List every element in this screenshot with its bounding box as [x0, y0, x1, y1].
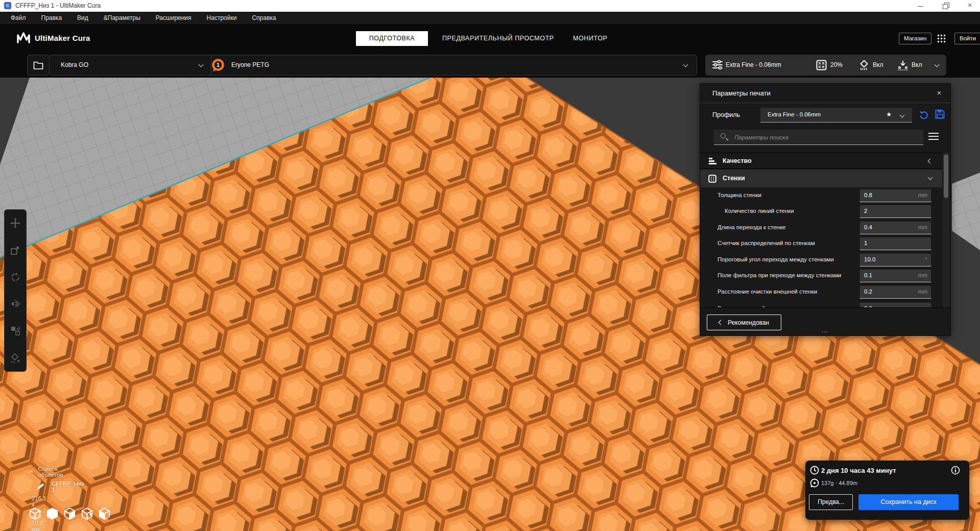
setting-input[interactable]: 2 [859, 205, 931, 218]
setting-value: 0.1 [864, 272, 872, 278]
chevron-down-icon[interactable] [199, 62, 204, 67]
camera-presets [28, 507, 111, 520]
scrollbar-thumb[interactable] [944, 154, 948, 198]
print-settings-summary[interactable]: Extra Fine - 0.06mm 20% Вкл Вкл [705, 55, 946, 76]
folder-icon [33, 61, 43, 70]
settings-scrollbar[interactable] [943, 153, 949, 307]
section-label: Стенки [723, 175, 745, 182]
per-model-settings-icon[interactable] [10, 325, 21, 336]
setting-unit: mm [918, 272, 927, 278]
minimize-icon[interactable] [912, 0, 929, 12]
adhesion-icon [897, 60, 909, 71]
application-window: C CFFFP_Низ 1 - UltiMaker Cura × Файл Пр… [0, 0, 980, 531]
print-settings-panel: Параметры печати × Профиль Extra Fine - … [700, 83, 951, 336]
setting-input[interactable]: 1 [859, 237, 931, 250]
sign-in-button[interactable]: Войти [954, 33, 980, 44]
preview-button[interactable]: Предва... [809, 494, 853, 510]
section-quality[interactable]: Качество [700, 153, 942, 169]
support-blocker-icon[interactable] [10, 352, 21, 364]
view-top-icon[interactable] [63, 507, 77, 520]
chevron-down-icon [928, 175, 933, 180]
chevron-down-icon[interactable] [683, 62, 688, 67]
menu-help[interactable]: Справка [244, 12, 283, 24]
menu-settings[interactable]: &Параметры [96, 12, 148, 24]
material-spool-icon [810, 478, 819, 488]
setting-input[interactable]: 0.8 mm [859, 189, 931, 202]
support-icon [858, 60, 870, 71]
reset-profile-icon[interactable] [919, 109, 929, 119]
setting-input[interactable]: 0.4 mm [859, 221, 931, 234]
setting-label: Толщина стенки [718, 192, 761, 198]
menu-file[interactable]: Файл [3, 12, 34, 24]
view-left-icon[interactable] [80, 507, 94, 520]
rotate-tool-icon[interactable] [10, 272, 21, 283]
profile-dropdown[interactable]: Extra Fine - 0.06mm ★ [760, 108, 912, 123]
section-walls[interactable]: Стенки [700, 170, 942, 187]
summary-support: Вкл [873, 61, 883, 68]
summary-profile: Extra Fine - 0.06mm [726, 61, 781, 68]
cura-app-icon: C [4, 2, 11, 9]
window-title: CFFFP_Низ 1 - UltiMaker Cura [15, 2, 101, 9]
panel-resize-handle[interactable]: ⋯ [700, 328, 950, 335]
sliders-icon [712, 60, 723, 70]
object-list-header[interactable]: Список объектов [30, 466, 64, 478]
setting-unit: mm [918, 192, 927, 198]
settings-list: Качество Стенки Толщина стенки 0.8 mm [700, 153, 942, 307]
search-icon [721, 133, 726, 138]
setting-input[interactable]: 10.0 ° [859, 253, 931, 267]
close-window-icon[interactable]: × [961, 0, 978, 12]
menu-extensions[interactable]: Расширения [148, 12, 199, 24]
apps-grid-icon[interactable] [938, 35, 946, 43]
setting-unit: mm [918, 288, 927, 295]
section-label: Качество [723, 157, 752, 164]
search-box [714, 130, 923, 145]
filter-menu-icon[interactable] [928, 133, 939, 141]
mirror-tool-icon[interactable] [10, 298, 21, 309]
save-to-disk-button[interactable]: Сохранить на диск [858, 494, 959, 510]
object-list-item[interactable]: CFFFP_Низ 1 [37, 480, 85, 493]
chevron-left-icon [719, 320, 724, 325]
model-name: CFFFP_Низ 1 [52, 480, 85, 493]
setting-input[interactable]: 0.1 mm [859, 269, 931, 282]
info-icon[interactable] [951, 466, 960, 475]
menu-view[interactable]: Вид [69, 12, 96, 24]
extruder-1-icon: 1 [211, 58, 225, 73]
tab-monitor[interactable]: МОНИТОР [573, 31, 607, 46]
setting-input[interactable]: 0.2 mm [859, 285, 931, 299]
header: UltiMaker Cura ПОДГОТОВКА ПРЕДВАРИТЕЛЬНЫ… [0, 24, 980, 53]
brand-name: UltiMaker Cura [35, 34, 90, 42]
save-profile-icon[interactable] [935, 109, 945, 119]
printer-selector[interactable]: Kobra GO [61, 61, 88, 68]
pencil-icon [37, 483, 44, 491]
menu-edit[interactable]: Правка [34, 12, 70, 24]
menu-preferences[interactable]: Настройки [199, 12, 245, 24]
menu-bar: Файл Правка Вид &Параметры Расширения На… [0, 12, 980, 24]
profile-label: Профиль [712, 111, 740, 118]
tab-preview[interactable]: ПРЕДВАРИТЕЛЬНЫЙ ПРОСМОТР [442, 31, 554, 46]
setting-label: Количество линий стенки [725, 208, 794, 214]
maximize-icon[interactable] [937, 0, 954, 12]
marketplace-button[interactable]: Магазин [899, 33, 931, 44]
object-list-label: Список объектов [38, 466, 64, 478]
move-tool-icon[interactable] [10, 218, 21, 229]
setting-value: 0.2 [864, 288, 872, 295]
setting-label: Длина перехода к стенке [718, 224, 786, 230]
machine-selector: Kobra GO 1 Eryone PETG [49, 55, 697, 76]
setting-input[interactable]: 0.0 mm [859, 302, 931, 307]
titlebar: C CFFFP_Низ 1 - UltiMaker Cura × [0, 0, 980, 12]
chevron-down-icon[interactable] [935, 62, 940, 67]
view-front-icon[interactable] [45, 507, 59, 520]
view-right-icon[interactable] [98, 507, 111, 520]
walls-icon [708, 175, 716, 183]
view-iso-icon[interactable] [28, 507, 42, 520]
material-selector[interactable]: Eryone PETG [231, 61, 269, 68]
open-file-button[interactable] [27, 55, 50, 76]
recommended-label: Рекомендован [728, 319, 769, 326]
search-input[interactable] [734, 132, 913, 143]
brand: UltiMaker Cura [17, 32, 90, 43]
close-icon[interactable]: × [934, 88, 944, 97]
tab-prepare[interactable]: ПОДГОТОВКА [356, 31, 428, 46]
scale-tool-icon[interactable] [10, 245, 21, 256]
setting-row: Счетчик распределений по стенкам 1 [700, 236, 942, 252]
star-icon: ★ [886, 111, 892, 118]
